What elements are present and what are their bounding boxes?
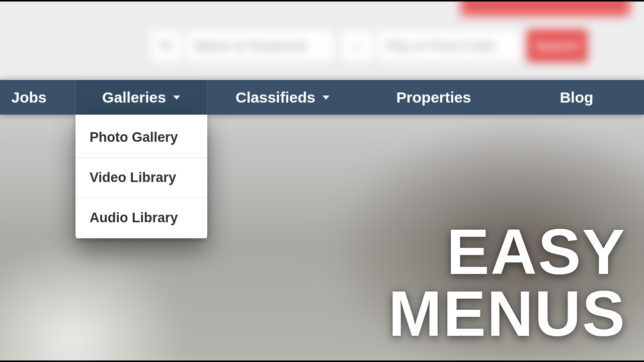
search-icon (150, 29, 182, 62)
letterbox-bar (0, 0, 644, 2)
nav-label: Galleries (102, 89, 166, 106)
nav-item-blog[interactable]: Blog (509, 80, 644, 115)
svg-line-1 (168, 47, 171, 51)
nav-item-jobs[interactable]: Jobs (0, 80, 75, 115)
dropdown-item-video-library[interactable]: Video Library (75, 158, 207, 198)
nav-item-properties[interactable]: Properties (358, 80, 509, 115)
location-icon (341, 29, 373, 62)
caption-line-1: EASY (388, 221, 626, 283)
search-button[interactable]: Search (527, 29, 588, 62)
nav-item-galleries[interactable]: Galleries (75, 80, 207, 115)
galleries-dropdown: Photo Gallery Video Library Audio Librar… (75, 115, 207, 238)
keyword-input[interactable]: Name or Keyword (185, 29, 335, 62)
nav-label: Classifieds (235, 89, 315, 106)
nav-label: Properties (396, 89, 471, 106)
chevron-down-icon (323, 96, 330, 100)
caption-line-2: MENUS (388, 283, 626, 345)
svg-point-0 (161, 41, 169, 48)
dropdown-item-audio-library[interactable]: Audio Library (75, 198, 207, 238)
nav-item-classifieds[interactable]: Classifieds (207, 80, 358, 115)
nav-label: Jobs (11, 89, 46, 106)
chevron-down-icon (173, 96, 180, 100)
main-nav: Jobs Galleries Classifieds Properties Bl… (0, 78, 644, 115)
search-bar: Name or Keyword City or Post Code Search (150, 28, 588, 63)
cta-button-blur (461, 0, 630, 16)
overlay-caption: EASY MENUS (388, 221, 626, 345)
dropdown-item-photo-gallery[interactable]: Photo Gallery (75, 118, 207, 158)
nav-label: Blog (560, 89, 594, 106)
location-input[interactable]: City or Post Code (376, 29, 521, 62)
